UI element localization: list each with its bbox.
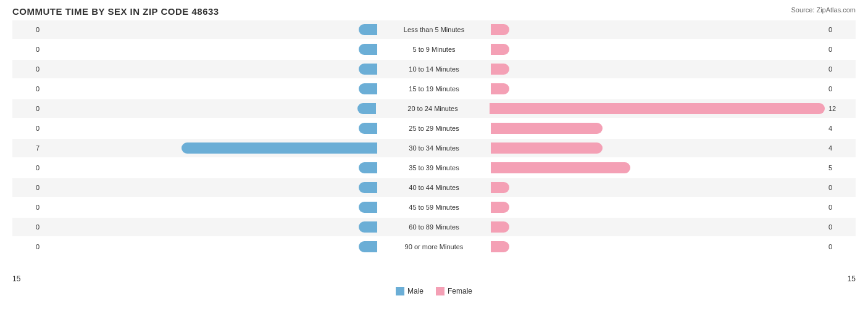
male-value: 0	[12, 204, 43, 211]
male-bar	[359, 221, 377, 233]
female-value: 0	[825, 223, 856, 231]
male-value: 0	[12, 46, 43, 53]
male-bar	[359, 123, 377, 134]
male-bar-container	[43, 162, 378, 174]
source-label: Source: ZipAtlas.com	[791, 6, 856, 14]
male-bar	[182, 142, 377, 154]
male-bar	[359, 162, 377, 173]
chart-row: 090 or more Minutes0	[12, 237, 856, 256]
bars-area: 35 to 39 Minutes	[43, 159, 825, 177]
male-bar	[359, 64, 377, 75]
male-bar-container	[43, 43, 378, 56]
female-value: 0	[825, 243, 856, 250]
chart-row: 045 to 59 Minutes0	[12, 198, 856, 217]
bars-area: 5 to 9 Minutes	[43, 40, 825, 59]
male-bar-container	[43, 181, 378, 194]
female-bar	[491, 221, 509, 233]
row-label: 30 to 34 Minutes	[378, 144, 490, 152]
bottom-labels: 15 15	[12, 275, 856, 283]
female-bar-container	[490, 122, 825, 134]
row-label: 40 to 44 Minutes	[378, 184, 490, 191]
chart-row: 730 to 34 Minutes4	[12, 139, 856, 157]
bars-area: 40 to 44 Minutes	[43, 178, 825, 197]
female-bar-container	[490, 23, 825, 36]
female-bar	[491, 142, 603, 154]
chart-container: COMMUTE TIME BY SEX IN ZIP CODE 48633 So…	[0, 0, 868, 322]
female-bar	[491, 123, 603, 134]
female-bar	[491, 83, 509, 94]
chart-row: 060 to 89 Minutes0	[12, 218, 856, 236]
female-bar	[490, 103, 825, 114]
male-bar	[359, 241, 377, 252]
row-label: 25 to 29 Minutes	[378, 125, 490, 132]
legend-male-box	[396, 287, 404, 295]
bars-area: 15 to 19 Minutes	[43, 80, 825, 98]
row-label: 35 to 39 Minutes	[378, 164, 490, 171]
female-bar	[491, 162, 630, 173]
male-bar-container	[43, 63, 378, 75]
female-bar-container	[490, 83, 825, 95]
chart-row: 0Less than 5 Minutes0	[12, 20, 856, 39]
male-value: 0	[12, 164, 43, 171]
bottom-left-label: 15	[12, 275, 20, 283]
male-bar-container	[43, 122, 378, 134]
male-value: 0	[12, 184, 43, 191]
female-bar	[491, 44, 509, 55]
male-bar	[359, 44, 377, 55]
bars-area: 45 to 59 Minutes	[43, 198, 825, 217]
bars-area: 30 to 34 Minutes	[43, 139, 825, 157]
female-bar-container	[488, 102, 825, 115]
row-label: 5 to 9 Minutes	[378, 46, 490, 53]
bottom-right-label: 15	[848, 275, 856, 283]
male-bar-container	[43, 142, 378, 154]
female-bar-container	[490, 43, 825, 56]
male-bar-container	[43, 83, 378, 95]
female-value: 12	[825, 105, 856, 112]
bars-area: 60 to 89 Minutes	[43, 218, 825, 236]
female-bar	[491, 182, 509, 193]
chart-row: 015 to 19 Minutes0	[12, 80, 856, 98]
male-bar	[359, 182, 377, 193]
row-label: 10 to 14 Minutes	[378, 65, 490, 73]
chart-row: 040 to 44 Minutes0	[12, 178, 856, 197]
male-value: 0	[12, 243, 43, 250]
female-value: 0	[825, 65, 856, 73]
female-bar-container	[490, 142, 825, 154]
female-value: 0	[825, 46, 856, 53]
male-bar-container	[43, 102, 377, 115]
male-value: 0	[12, 85, 43, 93]
row-label: Less than 5 Minutes	[378, 26, 490, 33]
female-bar-container	[490, 241, 825, 253]
male-value: 0	[12, 223, 43, 231]
female-value: 0	[825, 204, 856, 211]
chart-row: 05 to 9 Minutes0	[12, 40, 856, 59]
row-label: 60 to 89 Minutes	[378, 223, 490, 231]
male-value: 0	[12, 105, 43, 112]
chart-row: 010 to 14 Minutes0	[12, 60, 856, 78]
female-bar-container	[490, 221, 825, 233]
female-value: 0	[825, 184, 856, 191]
legend-female-label: Female	[448, 287, 472, 295]
female-bar-container	[490, 63, 825, 75]
female-bar-container	[490, 201, 825, 213]
female-value: 5	[825, 164, 856, 171]
bars-area: 20 to 24 Minutes	[43, 99, 825, 118]
bars-area: 90 or more Minutes	[43, 237, 825, 256]
row-label: 90 or more Minutes	[378, 243, 490, 250]
male-value: 0	[12, 26, 43, 33]
legend-female-box	[436, 287, 444, 295]
female-bar-container	[490, 162, 825, 174]
male-bar-container	[43, 241, 378, 253]
male-value: 0	[12, 65, 43, 73]
male-bar	[359, 83, 377, 94]
chart-row: 020 to 24 Minutes12	[12, 99, 856, 118]
female-bar	[491, 24, 509, 35]
female-bar	[491, 64, 509, 75]
legend: Male Female	[12, 287, 856, 295]
female-bar	[491, 241, 509, 252]
male-value: 7	[12, 144, 43, 152]
female-value: 0	[825, 26, 856, 33]
row-label: 45 to 59 Minutes	[378, 204, 490, 211]
bars-area: 25 to 29 Minutes	[43, 119, 825, 138]
legend-male-label: Male	[407, 287, 424, 295]
